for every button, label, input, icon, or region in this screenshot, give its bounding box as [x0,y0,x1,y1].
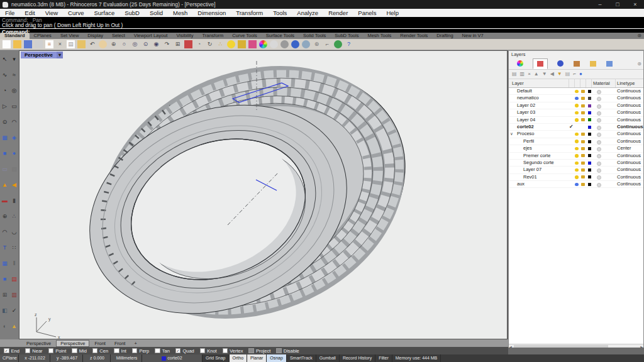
osnap-checkbox[interactable] [248,348,254,354]
viewport-tab[interactable]: Perspective [56,340,89,347]
toolbar-icon[interactable]: ↷ [163,40,171,48]
layer-name[interactable]: Layer 07 [517,167,541,173]
layer-name[interactable]: Rev01 [517,174,537,180]
toolbar-icon[interactable]: ≡ [45,40,53,48]
panel-tab[interactable] [533,58,548,69]
left-tool-icon[interactable]: ▥ [10,291,18,299]
layers-toolbar-button[interactable]: ● [579,70,582,78]
osnap-checkbox[interactable] [200,348,206,354]
toolbar-icon[interactable] [280,40,289,48]
toolbar-icon[interactable]: × [56,40,64,48]
layer-name[interactable]: Segundo corte [517,160,554,166]
layer-linetype[interactable]: Continuous [617,117,641,123]
toolbar-icon[interactable]: ▤ [67,40,75,48]
osnap-checkbox[interactable] [72,348,77,354]
layer-linetype[interactable]: Continuous [617,102,641,109]
status-toggle[interactable]: Record History [340,354,375,362]
layer-lock-icon[interactable] [581,162,585,165]
status-toggle[interactable]: Gumball [316,354,340,362]
toolbar-icon[interactable] [99,40,107,48]
toolbar-icon[interactable]: ⊙ [142,40,150,48]
layer-visibility-bulb-icon[interactable] [575,118,579,122]
toolbar-icon[interactable]: ◎ [131,40,139,48]
left-tool-icon[interactable]: ◡ [10,228,18,236]
menu-item[interactable]: Render [323,9,353,17]
status-toggle[interactable]: SmartTrack [287,354,316,362]
osnap-option[interactable]: Cen [92,348,108,354]
toolbar-tab[interactable]: Viewport Layout [130,33,172,39]
layer-linetype[interactable]: Continuous [617,95,641,101]
toolbar-icon[interactable] [184,40,192,48]
layer-linetype[interactable]: Continuous [617,88,641,94]
toolbar-icon[interactable] [259,40,267,48]
layers-toolbar-button[interactable]: ▥ [520,70,525,78]
toolbar-icon[interactable] [270,40,278,48]
toolbar-tab[interactable]: Mesh Tools [363,33,396,39]
left-tool-icon[interactable]: ↖ [1,55,9,63]
layer-visibility-bulb-icon[interactable] [575,90,579,94]
status-toggle[interactable]: Grid Snap [203,354,230,362]
osnap-option[interactable]: Tan [155,348,170,354]
layer-visibility-bulb-icon[interactable] [575,133,579,136]
toolbar-tab[interactable]: Render Tools [396,33,432,39]
layer-color-swatch[interactable] [588,175,591,178]
left-tool-icon[interactable]: ● [10,150,18,158]
layer-name[interactable]: Premer corte [517,153,550,159]
layer-material-icon[interactable] [597,183,601,187]
layer-lock-icon[interactable] [581,140,585,143]
layer-visibility-bulb-icon[interactable] [575,111,579,115]
left-tool-icon[interactable]: ■ [1,150,9,158]
layer-color-swatch[interactable] [588,126,591,129]
layer-row[interactable]: Default Continuous [509,88,643,95]
osnap-checkbox[interactable] [48,348,54,354]
layer-row[interactable]: aux Continuous [509,181,643,188]
layer-material-icon[interactable] [597,90,601,94]
layer-lock-icon[interactable] [581,147,585,150]
layer-linetype[interactable]: Continuous [617,167,641,173]
layer-name[interactable]: Layer 02 [517,102,535,109]
layer-row[interactable]: neumatico Continuous [509,95,643,102]
toolbar-icon[interactable] [248,40,257,48]
layer-material-icon[interactable] [597,97,601,101]
layer-expander-icon[interactable]: ∨ [510,131,513,137]
layer-lock-icon[interactable] [581,118,585,121]
menu-item[interactable]: Tools [268,9,292,17]
layer-material-icon[interactable] [597,154,601,158]
layer-color-swatch[interactable] [588,162,591,165]
layer-row[interactable]: Rev01 Continuous [509,174,643,181]
left-tool-icon[interactable]: ◧ [1,307,9,315]
layer-material-icon[interactable] [597,104,601,109]
osnap-option[interactable]: Perp [132,348,149,354]
left-tool-icon[interactable]: ▬ [1,197,9,205]
left-tool-icon[interactable]: ▾ [10,55,18,63]
layer-lock-icon[interactable] [581,154,585,157]
toolbar-icon[interactable]: ◔ [195,40,203,48]
toolbar-tab[interactable]: New in V7 [458,33,488,39]
toolbar-gear-icon[interactable]: ⊛ [637,33,641,39]
layer-color-swatch[interactable] [588,168,591,172]
layer-lock-icon[interactable] [581,104,585,107]
layer-lock-icon[interactable] [581,183,585,186]
osnap-checkbox[interactable] [155,348,160,354]
layer-linetype[interactable]: Continuous [617,109,641,116]
status-segment[interactable]: corte02 [142,354,203,362]
osnap-checkbox[interactable] [114,348,119,354]
layer-linetype[interactable]: Continuous [617,153,641,159]
close-button[interactable]: × [626,0,644,9]
toolbar-icon[interactable] [334,40,342,48]
toolbar-icon[interactable] [291,40,299,48]
layer-row[interactable]: corte02 ✓ Continuous [509,124,643,131]
layer-visibility-bulb-icon[interactable] [575,162,579,165]
toolbar-icon[interactable] [227,40,235,48]
toolbar-tab[interactable]: Select [108,33,130,39]
layer-color-swatch[interactable] [588,154,591,157]
left-tool-icon[interactable]: ◀ [10,181,18,189]
layer-linetype[interactable]: Continuous [617,160,641,166]
layer-name[interactable]: Default [517,88,532,94]
layer-visibility-bulb-icon[interactable] [575,140,579,143]
menu-item[interactable]: Analyze [292,9,323,17]
left-tool-icon[interactable]: ▲ [10,322,18,331]
toolbar-tab[interactable]: Standard [0,33,30,39]
left-tool-icon[interactable]: ◎ [10,87,18,95]
toolbar-icon[interactable] [238,40,246,48]
